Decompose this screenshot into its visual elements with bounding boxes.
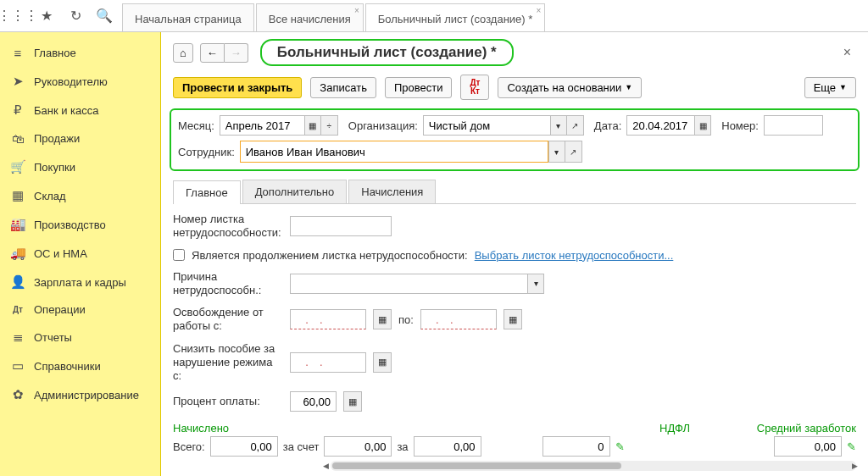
search-icon[interactable]: 🔍 <box>97 8 112 24</box>
tab-home[interactable]: Начальная страница <box>122 3 254 31</box>
history-icon[interactable]: ↻ <box>68 8 83 24</box>
post-and-close-button[interactable]: Провести и закрыть <box>173 77 302 98</box>
sidebar-item-warehouse[interactable]: ▦Склад <box>0 181 160 210</box>
date-field[interactable]: ▦ <box>626 115 711 136</box>
sidebar-item-label: Справочники <box>34 360 101 373</box>
close-document-button[interactable]: × <box>838 45 856 60</box>
scroll-right-icon[interactable]: ▶ <box>849 461 860 471</box>
reason-field[interactable]: ▾ <box>290 274 544 294</box>
total-input[interactable] <box>210 436 278 457</box>
is-continuation-checkbox[interactable] <box>173 249 185 261</box>
header-fields-highlight: Месяц: ▦ ÷ Организация: ▾ ↗ Дата: ▦ Ном <box>170 108 860 171</box>
sidebar-item-label: Покупки <box>34 161 75 174</box>
sidebar-item-main[interactable]: ≡Главное <box>0 39 160 67</box>
create-based-button[interactable]: Создать на основании ▼ <box>498 77 642 98</box>
sidebar-item-manager[interactable]: ➤Руководителю <box>0 67 160 96</box>
number-label: Номер: <box>721 119 759 132</box>
employee-input[interactable] <box>241 141 548 162</box>
dtkt-button[interactable]: ДтКт <box>460 75 489 100</box>
sheet-no-input[interactable] <box>290 216 392 236</box>
sidebar-item-bank[interactable]: ₽Банк и касса <box>0 96 160 125</box>
release-to-input[interactable] <box>420 309 497 329</box>
sidebar-item-operations[interactable]: ДтОперации <box>0 296 160 323</box>
release-from-input[interactable] <box>290 309 366 329</box>
reduce-label: Снизить пособие за нарушение режима с: <box>173 342 283 384</box>
sidebar-item-label: Отчеты <box>34 331 72 344</box>
post-button[interactable]: Провести <box>385 77 453 98</box>
month-input[interactable] <box>220 115 304 136</box>
totals-header: Начислено НДФЛ Средний заработок <box>161 420 868 434</box>
select-sheet-link[interactable]: Выбрать листок нетрудоспособности... <box>475 249 674 262</box>
home-button[interactable]: ⌂ <box>173 43 193 63</box>
scroll-left-icon[interactable]: ◀ <box>320 461 331 471</box>
reduce-date-input[interactable] <box>290 352 366 373</box>
sidebar-item-production[interactable]: 🏭Производство <box>0 210 160 239</box>
percent-input[interactable] <box>290 391 337 412</box>
sidebar-item-label: Администрирование <box>34 389 139 401</box>
employer-input[interactable] <box>324 436 392 457</box>
employee-field[interactable]: ▾ ↗ <box>240 141 582 163</box>
tab-main[interactable]: Главное <box>173 180 241 204</box>
edit-icon[interactable]: ✎ <box>847 440 856 453</box>
org-input[interactable] <box>423 115 550 136</box>
number-input[interactable] <box>764 115 823 136</box>
chevron-down-icon: ▼ <box>625 83 632 91</box>
month-label: Месяц: <box>178 119 214 132</box>
tab-label: Больничный лист (создание) * <box>378 13 533 25</box>
document-title: Больничный лист (создание) * <box>277 44 497 60</box>
open-icon[interactable]: ↗ <box>565 141 582 163</box>
fss-input[interactable] <box>414 436 481 457</box>
cart-icon: 🛒 <box>10 159 25 174</box>
chevron-down-icon[interactable]: ▾ <box>527 274 544 294</box>
forward-button[interactable]: → <box>225 43 248 63</box>
sidebar-item-label: Продажи <box>34 132 80 145</box>
tab-additional[interactable]: Дополнительно <box>242 180 348 203</box>
total-label: Всего: <box>173 440 205 453</box>
calendar-icon[interactable]: ▦ <box>694 115 711 136</box>
sidebar-item-payroll[interactable]: 👤Зарплата и кадры <box>0 268 160 296</box>
month-field[interactable]: ▦ ÷ <box>220 115 338 136</box>
edit-icon[interactable]: ✎ <box>615 440 625 453</box>
gear-icon: ✿ <box>10 387 25 402</box>
sidebar-item-sales[interactable]: 🛍Продажи <box>0 125 160 152</box>
sidebar-item-admin[interactable]: ✿Администрирование <box>0 380 160 409</box>
book-icon: ▭ <box>10 358 25 374</box>
calendar-icon[interactable]: ▦ <box>504 309 522 329</box>
chevron-down-icon[interactable]: ▾ <box>550 115 567 136</box>
star-icon[interactable]: ★ <box>39 8 54 24</box>
more-button[interactable]: Еще ▼ <box>804 77 856 98</box>
tab-sick-leave[interactable]: Больничный лист (создание) * × <box>365 3 546 31</box>
date-label: Дата: <box>594 119 621 132</box>
sidebar-item-assets[interactable]: 🚚ОС и НМА <box>0 239 160 268</box>
sidebar-item-label: Руководителю <box>34 75 108 88</box>
save-button[interactable]: Записать <box>310 77 376 98</box>
calendar-icon[interactable]: ▦ <box>304 115 321 136</box>
back-button[interactable]: ← <box>200 43 225 63</box>
org-label: Организация: <box>348 119 418 132</box>
date-input[interactable] <box>626 115 694 136</box>
apps-icon[interactable]: ⋮⋮⋮ <box>10 8 25 24</box>
percent-label: Процент оплаты: <box>173 395 283 408</box>
ndfl-input[interactable] <box>542 436 610 457</box>
tab-all-accruals[interactable]: Все начисления × <box>256 3 364 31</box>
close-icon[interactable]: × <box>354 6 359 15</box>
open-icon[interactable]: ↗ <box>567 115 584 136</box>
calc-icon[interactable]: ▦ <box>343 391 362 412</box>
org-field[interactable]: ▾ ↗ <box>423 115 584 136</box>
release-to-label: по: <box>398 313 414 326</box>
ndfl-header: НДФЛ <box>495 422 690 434</box>
reason-input[interactable] <box>290 274 527 294</box>
sidebar-item-catalogs[interactable]: ▭Справочники <box>0 351 160 380</box>
sidebar-item-reports[interactable]: ≣Отчеты <box>0 323 160 351</box>
tab-accruals[interactable]: Начисления <box>348 180 436 203</box>
avg-input[interactable] <box>774 436 842 457</box>
sidebar-item-purchases[interactable]: 🛒Покупки <box>0 152 160 181</box>
scrollbar-thumb[interactable] <box>332 462 621 469</box>
calendar-icon[interactable]: ▦ <box>373 309 392 329</box>
calendar-icon[interactable]: ▦ <box>373 352 392 373</box>
close-icon[interactable]: × <box>537 6 542 15</box>
chevron-down-icon[interactable]: ▾ <box>548 141 565 163</box>
command-bar: Провести и закрыть Записать Провести ДтК… <box>161 71 868 108</box>
spinner-icon[interactable]: ÷ <box>321 115 338 136</box>
horizontal-scrollbar[interactable]: ◀ ▶ <box>331 461 856 471</box>
